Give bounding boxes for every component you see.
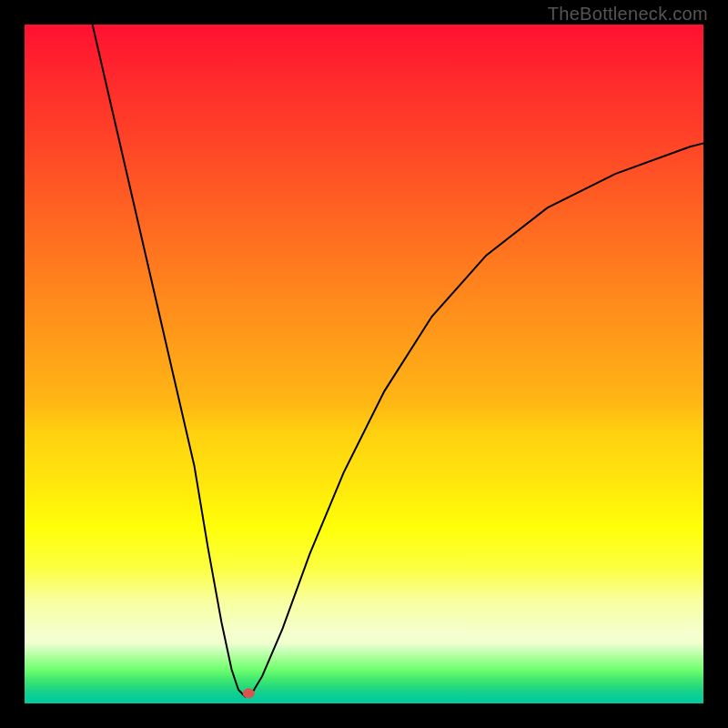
watermark-text: TheBottleneck.com bbox=[548, 4, 708, 25]
chart-frame: TheBottleneck.com bbox=[0, 0, 728, 728]
bottleneck-curve bbox=[93, 25, 703, 697]
plot-area bbox=[25, 25, 703, 703]
curve-svg bbox=[25, 25, 703, 703]
optimal-point-marker bbox=[243, 688, 255, 698]
